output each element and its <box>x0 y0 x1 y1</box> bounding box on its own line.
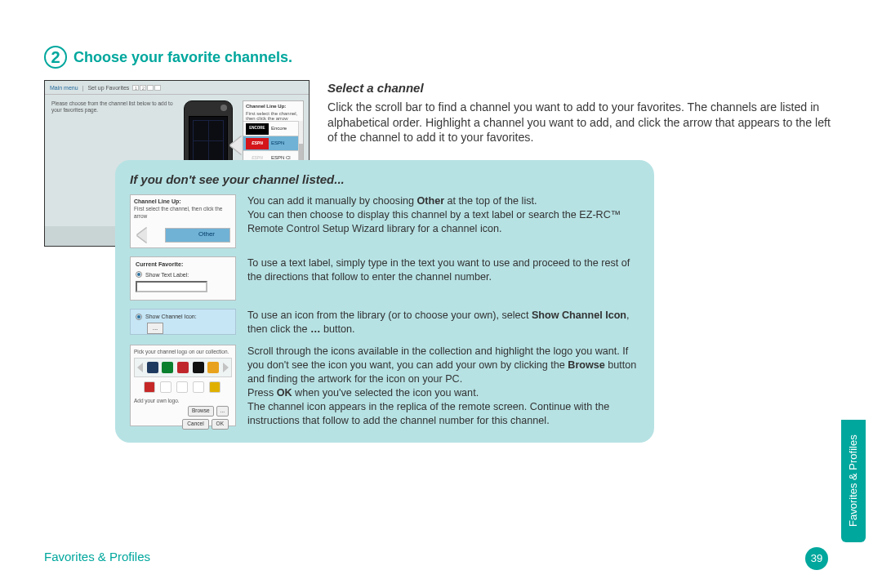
breadcrumb-sep: | <box>82 85 84 91</box>
bold: Show Channel Icon <box>532 310 626 321</box>
scrollbar-thumb[interactable] <box>299 144 303 162</box>
step-indicator: 1 2 <box>132 85 161 91</box>
bold: Other <box>416 195 444 207</box>
channel-icon[interactable] <box>193 362 204 373</box>
channel-name: Encore <box>271 125 287 131</box>
channel-icon[interactable] <box>177 362 189 373</box>
channel-icon[interactable] <box>176 381 188 393</box>
radio-label: Show Text Label: <box>145 271 189 278</box>
callout-text-3: To use an icon from the library (or to c… <box>247 309 639 336</box>
channel-icon[interactable] <box>193 381 204 393</box>
breadcrumb-main: Main menu <box>50 85 78 91</box>
text: when you've selected the icon you want. <box>292 387 479 399</box>
breadcrumb-current: Set up Favorites <box>87 85 129 91</box>
add-arrow-icon[interactable] <box>230 136 242 154</box>
radio-icon[interactable] <box>136 271 142 278</box>
channel-logo-espn: ESPN <box>246 138 269 149</box>
callout-row-4: Pick your channel logo on our collection… <box>130 345 639 428</box>
ok-button[interactable]: OK <box>212 419 229 430</box>
text: at the top of the list. <box>444 195 537 207</box>
chevron-right-icon[interactable] <box>223 363 229 372</box>
chevron-left-icon[interactable] <box>137 363 143 372</box>
footer-section-label: Favorites & Profiles <box>44 549 150 565</box>
ellipsis-button[interactable]: ... <box>147 323 163 334</box>
channel-icon[interactable] <box>147 362 158 373</box>
mini-channel-lineup: Channel Line Up: First select the channe… <box>130 194 236 248</box>
text: You can then choose to display this chan… <box>247 209 621 234</box>
bold: OK <box>277 387 292 399</box>
channel-icon[interactable] <box>209 381 220 393</box>
callout-text-1: You can add it manually by choosing Othe… <box>247 194 639 248</box>
bold: Browse <box>568 359 605 371</box>
mini-icon-picker: Pick your channel logo on our collection… <box>130 345 236 426</box>
callout-text-2: To use a text label, simply type in the … <box>247 256 639 301</box>
channel-icon[interactable] <box>162 362 173 373</box>
callout-box: If you don't see your channel listed... … <box>115 160 654 443</box>
other-option[interactable]: Other <box>165 228 230 243</box>
mini-current-favorite: Current Favorite: Show Text Label: <box>130 256 236 301</box>
icon-strip[interactable] <box>134 358 232 377</box>
text: To use a text label, simply type in the … <box>247 257 630 283</box>
text: To use an icon from the library (or to c… <box>247 310 532 321</box>
divider <box>45 94 309 95</box>
text-label-input[interactable] <box>136 281 207 292</box>
channel-icon[interactable] <box>144 381 155 393</box>
step-box-1: 1 <box>132 85 139 91</box>
step-number-circle: 2 <box>44 46 67 69</box>
section-heading-select: Select a channel <box>327 80 838 96</box>
page-number-badge: 39 <box>805 547 828 570</box>
text: button. <box>321 323 355 335</box>
panel-header: Channel Line Up: <box>243 101 303 111</box>
side-tab: Favorites & Profiles <box>841 420 866 542</box>
callout-row-1: Channel Line Up: First select the channe… <box>130 194 639 248</box>
add-arrow-icon[interactable] <box>137 228 147 243</box>
text: Press <box>247 387 277 399</box>
channel-icon[interactable] <box>160 381 172 393</box>
ellipsis-button[interactable]: ... <box>216 406 229 416</box>
section-body-select: Click the scroll bar to find a channel y… <box>327 100 838 145</box>
channel-row[interactable]: ENCOREEncore <box>243 121 303 136</box>
text: You can add it manually by choosing <box>247 195 416 207</box>
step-box-3 <box>147 85 154 91</box>
callout-heading: If you don't see your channel listed... <box>130 172 639 188</box>
add-own-logo-label: Add your own logo. <box>134 398 232 405</box>
remote-screen <box>189 116 228 165</box>
mini-header: Pick your channel logo on our collection… <box>134 349 232 356</box>
callout-row-2: Current Favorite: Show Text Label: To us… <box>130 256 639 301</box>
mini-show-channel-icon: Show Channel Icon: ... <box>130 309 236 335</box>
mini-subtext: First select the channel, then click the… <box>131 206 235 222</box>
mini-header: Channel Line Up: <box>131 195 235 206</box>
channel-icon[interactable] <box>207 362 219 373</box>
step-box-2: 2 <box>140 85 146 91</box>
breadcrumb: Main menu | Set up Favorites 1 2 <box>50 84 161 91</box>
browse-button[interactable]: Browse <box>188 406 214 416</box>
channel-row-selected[interactable]: ESPNESPN <box>243 136 303 150</box>
bold: … <box>310 323 321 335</box>
instruction-text: Please choose from the channel list belo… <box>51 100 178 114</box>
step-title: Choose your favorite channels. <box>74 47 292 67</box>
radio-icon[interactable] <box>136 314 142 320</box>
callout-text-4: Scroll through the icons available in th… <box>247 345 639 428</box>
callout-row-3: Show Channel Icon: ... To use an icon fr… <box>130 309 639 336</box>
channel-logo-encore: ENCORE <box>246 123 269 135</box>
channel-name: ESPN <box>271 140 284 146</box>
radio-label: Show Channel Icon: <box>145 313 197 320</box>
step-box-4 <box>154 85 161 91</box>
text: The channel icon appears in the replica … <box>247 401 609 426</box>
step-header: 2 Choose your favorite channels. <box>44 46 838 69</box>
radio-show-channel-icon[interactable]: Show Channel Icon: <box>136 313 230 320</box>
radio-show-text-label[interactable]: Show Text Label: <box>136 271 230 278</box>
cancel-button[interactable]: Cancel <box>182 419 208 430</box>
icon-strip-row2 <box>134 380 232 394</box>
mini-header: Current Favorite: <box>136 261 230 269</box>
